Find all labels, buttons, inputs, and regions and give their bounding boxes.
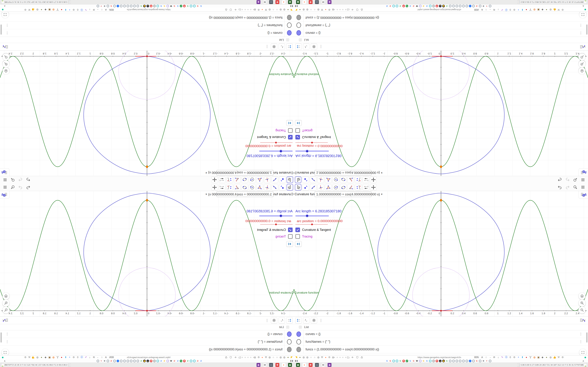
gear-extension-icon[interactable]: ⚙ [328, 8, 331, 12]
forward-button-icon[interactable]: → [96, 8, 99, 12]
fx-icon[interactable]: fx [279, 317, 285, 324]
tab-favicon[interactable] [123, 360, 126, 362]
search-icon[interactable] [573, 177, 578, 183]
arc-length-slider[interactable] [257, 214, 293, 217]
tool-slider-icon[interactable]: a = 2 [363, 184, 369, 191]
pencil-button-icon[interactable]: ✎ [501, 8, 504, 12]
globe-extension-icon[interactable]: ◍ [317, 355, 320, 359]
tab-favicon[interactable]: ▲ [147, 360, 149, 362]
tab-favicon[interactable] [193, 360, 196, 362]
wrench-extension-icon[interactable]: ⚒ [264, 355, 268, 359]
undo-icon[interactable] [557, 177, 562, 183]
kebab-menu-icon[interactable]: ⋮ [265, 318, 269, 322]
globe-extension-icon[interactable]: ◍ [279, 355, 282, 359]
tab-favicon[interactable] [113, 360, 116, 362]
tab-favicon[interactable] [137, 5, 139, 7]
pause-icon[interactable]: ❚❚ [290, 360, 293, 362]
collapse-icon[interactable]: − [286, 38, 289, 41]
thumb-button-icon[interactable]: 👍 [32, 8, 35, 12]
menu-icon[interactable] [2, 177, 8, 183]
play-step-button[interactable] [295, 120, 302, 126]
trash-button-icon[interactable]: 🝖 [56, 355, 59, 359]
tool-move-icon[interactable] [295, 184, 301, 191]
badge-button-icon[interactable]: ▣ [537, 355, 540, 359]
tool-polygon-icon[interactable] [257, 176, 263, 183]
zoom-level-badge[interactable]: 81% [109, 356, 114, 359]
shield-button-icon[interactable]: ◆ [44, 8, 47, 12]
arc-position-slider[interactable] [295, 223, 331, 225]
tab-favicon[interactable]: G [200, 360, 202, 362]
pause-icon[interactable]: ❚❚ [295, 360, 298, 362]
record-button-icon[interactable]: ● [525, 355, 528, 359]
row-menu-icon[interactable]: ⋮ [6, 31, 9, 35]
pin-extension-icon[interactable]: ◥ [290, 355, 293, 359]
tab-favicon[interactable] [120, 360, 122, 362]
slider-track[interactable] [295, 151, 329, 151]
undo-icon[interactable] [26, 177, 31, 183]
slider-knob[interactable] [306, 214, 309, 217]
graphics-view[interactable]: -2.4-2.2-2-1.8-1.6-1.4-1.2-1-0.8-0.6-0.4… [294, 51, 588, 176]
tool-move-icon[interactable] [287, 176, 293, 183]
shield-icon[interactable] [229, 8, 232, 12]
fullscreen-button[interactable] [579, 349, 587, 356]
tab-favicon[interactable]: G [422, 5, 425, 7]
algebra-sort-icon[interactable] [579, 317, 586, 324]
tool-reflect-about-line-icon[interactable] [355, 184, 362, 191]
tool-perpendicular-line-icon[interactable] [264, 184, 270, 191]
tab-favicon[interactable]: f [100, 5, 103, 7]
tab-favicon[interactable]: i [432, 360, 435, 362]
chevron-up-icon[interactable]: ∧ [582, 359, 584, 362]
algebra-sort-icon[interactable] [2, 43, 9, 50]
tab-favicon[interactable]: G [173, 5, 176, 7]
pin-extension-icon[interactable]: ◥ [295, 8, 298, 12]
tab-favicon[interactable]: ⚙ [103, 360, 106, 362]
tab-favicon[interactable] [466, 5, 468, 7]
arc-position-slider[interactable] [295, 142, 331, 144]
download-blue-button-icon[interactable]: ⬇ [521, 355, 524, 359]
zoom-out-button[interactable] [579, 307, 586, 314]
graphics-stylebar-toggle[interactable] [0, 168, 9, 176]
tool-angle-icon[interactable]: α [347, 176, 354, 183]
globe-button-icon[interactable]: ◍ [549, 355, 552, 359]
tab-favicon[interactable]: ⚙ [482, 360, 485, 362]
tab-favicon[interactable]: W [170, 360, 172, 362]
globe-extension-icon[interactable]: ◍ [283, 8, 286, 12]
reload-button-icon[interactable]: ⟳ [92, 8, 95, 12]
shield-icon[interactable] [356, 355, 359, 359]
tab-favicon[interactable]: W [416, 5, 418, 7]
firefox-extension-icon[interactable]: ◕ [261, 355, 264, 359]
taskbar-app-floppy64[interactable]: 64 [321, 0, 325, 4]
slider-knob[interactable] [311, 142, 313, 143]
headset-extension-icon[interactable]: ∩ [272, 8, 275, 12]
tab-favicon[interactable] [396, 360, 398, 362]
tab-favicon[interactable]: G [409, 360, 412, 362]
zoom-in-button[interactable] [579, 60, 586, 67]
algebra-row-curves[interactable]: curves = {} ⋮ [294, 330, 588, 338]
tool-line-icon[interactable] [310, 184, 316, 191]
taskbar-app-settings[interactable]: ⚙ [276, 363, 279, 367]
tab-favicon[interactable] [107, 5, 109, 7]
play-step-button[interactable] [286, 120, 293, 126]
tab-favicon[interactable] [117, 5, 119, 7]
tab-favicon[interactable] [459, 360, 461, 362]
tracing-checkbox[interactable] [295, 234, 300, 239]
tab-favicon[interactable]: G [386, 5, 388, 7]
gear-button-icon[interactable]: ⚙ [561, 8, 564, 12]
slider-knob[interactable] [279, 214, 282, 217]
slider-knob[interactable] [275, 142, 277, 143]
collapse-icon[interactable]: − [299, 38, 302, 41]
curvature-tangent-checkbox[interactable] [295, 135, 300, 140]
tab-favicon[interactable]: R [436, 5, 438, 7]
slider-knob[interactable] [311, 224, 313, 225]
tab-favicon[interactable]: G [196, 5, 199, 7]
gear-extension-icon[interactable]: ⚙ [257, 8, 260, 12]
tracing-checkbox[interactable] [295, 128, 300, 133]
chevron-up-icon[interactable]: ∧ [4, 5, 6, 8]
tab-favicon[interactable]: ⚙ [482, 5, 485, 7]
tab-favicon[interactable] [479, 5, 481, 7]
tab-favicon[interactable]: ▦ [442, 5, 445, 7]
visibility-toggle[interactable] [296, 23, 301, 28]
fx-icon[interactable]: fx [303, 43, 309, 50]
zero-button-icon[interactable]: 0 [76, 8, 79, 12]
fullscreen-button[interactable] [1, 11, 9, 18]
